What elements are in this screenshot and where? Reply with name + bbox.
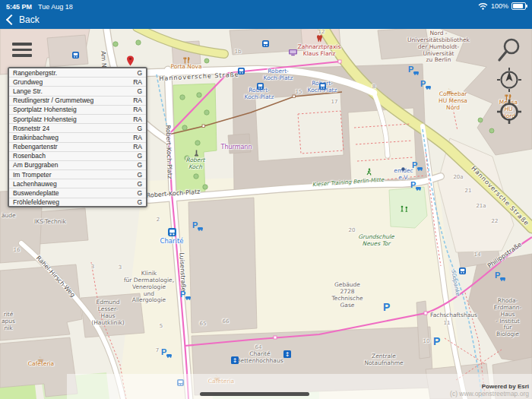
svg-text:↕: ↕ <box>233 357 238 364</box>
transit-stop-icon <box>319 80 326 92</box>
map-label: 65 <box>200 321 207 327</box>
street-list-item[interactable]: FröhlefelderwegG <box>9 198 146 207</box>
map-label: IKS-Technik <box>34 219 66 226</box>
street-list-item[interactable]: Sportplatz HohensteigRA <box>9 106 146 115</box>
street-tag: G <box>137 161 142 169</box>
street-list-item[interactable]: BuswendeplatteG <box>9 188 146 198</box>
map-label: 3 <box>91 264 94 270</box>
street-list-item[interactable]: Rangenbergstr.G <box>9 68 146 78</box>
svg-text:P: P <box>420 79 426 88</box>
map-label: 1b <box>235 49 242 55</box>
street-list-item[interactable]: Reutlingerstr / GrummetwegRA <box>9 97 146 106</box>
street-name: Fröhlefelderweg <box>13 198 59 206</box>
street-name: Am Burggraben <box>13 161 59 169</box>
map-label: Robert- Koch-Platz <box>264 68 293 82</box>
parking-icon: P <box>411 160 423 173</box>
map-label: 22 <box>492 218 499 224</box>
map-label: 11 <box>444 320 451 326</box>
map-label: 14 <box>474 252 481 258</box>
map-label: 64 <box>255 344 262 350</box>
locate-button[interactable] <box>496 99 522 128</box>
transit-stop-icon <box>238 65 245 77</box>
map-label: Gebäude 2728 Technische Gase <box>331 282 363 309</box>
svg-text:P: P <box>495 271 500 280</box>
map-label: Charité Bettenhochhaus <box>236 351 283 365</box>
parking-icon: P <box>410 180 422 193</box>
menu-button[interactable] <box>12 43 32 57</box>
svg-text:P: P <box>433 335 440 347</box>
map-label: Edmund Lesser- Haus (Hautklinik) <box>91 299 124 326</box>
street-name: Im Trompeter <box>13 171 52 179</box>
search-button[interactable] <box>496 35 521 68</box>
chevron-left-icon <box>6 14 17 25</box>
compass-icon <box>496 67 522 93</box>
hamburger-icon <box>12 43 32 46</box>
transit-stop-icon <box>257 80 264 92</box>
elevator-icon: ↕ <box>231 354 239 366</box>
street-name: Rangenbergstr. <box>13 69 57 77</box>
wifi-icon <box>478 2 488 10</box>
parking-plain-icon: P <box>382 301 393 315</box>
map-label: Nord - Universitätsbibliothek der Humbol… <box>407 30 470 64</box>
electronics-icon <box>289 46 297 59</box>
street-list-item[interactable]: RosenbachG <box>9 152 146 161</box>
street-tag: RA <box>133 106 142 113</box>
map-label: 20a <box>453 174 463 180</box>
street-tag: G <box>137 69 142 77</box>
fitness-icon <box>366 166 372 178</box>
street-list-item[interactable]: BraikinbachwegRA <box>9 133 146 142</box>
street-list-item[interactable]: Sportplatz HohensteigRA <box>9 115 146 124</box>
compass-button[interactable] <box>496 67 522 96</box>
map-label: 7 <box>156 347 159 353</box>
parking-icon: P <box>192 220 204 233</box>
transit-stop-icon <box>459 264 466 277</box>
back-button[interactable]: Back <box>8 14 40 25</box>
street-results-list[interactable]: Rangenbergstr.GGrundwegRALange Str.GReut… <box>8 67 147 207</box>
app-screen: Am Neuen TorPorta Nova1b12Zahnarztpraxis… <box>0 0 532 399</box>
transit-stop-icon <box>72 49 79 61</box>
parking-icon: P <box>160 347 173 360</box>
street-list-item[interactable]: Am BurggrabenG <box>9 161 146 170</box>
street-tag: RA <box>133 97 142 104</box>
poi-dot-icon <box>401 161 405 173</box>
search-icon <box>496 35 521 65</box>
street-name: Buswendeplatte <box>13 189 59 197</box>
map-attribution: Powered by Esri (c) www.openstreetmap.or… <box>450 383 529 397</box>
map-label: Klinik für Dermatologie, Venerologie und… <box>124 271 174 304</box>
street-list-item[interactable]: LachenhauwegG <box>9 179 146 188</box>
svg-text:P: P <box>383 301 390 313</box>
street-list-item[interactable]: GrundwegRA <box>9 78 146 87</box>
battery-percent: 100% <box>491 2 508 10</box>
map-label: 3 <box>119 264 122 271</box>
map-label: 2 <box>157 217 160 223</box>
map-label: 5 <box>160 323 163 329</box>
street-name: Lange Str. <box>13 87 43 95</box>
home-indicator[interactable] <box>200 392 309 396</box>
map-label: 17 <box>331 99 338 105</box>
street-tag: G <box>137 171 142 179</box>
svg-text:P: P <box>412 160 417 169</box>
street-list-item[interactable]: Lange Str.G <box>9 87 146 96</box>
map-label: Fachschaftshaus <box>430 312 477 319</box>
monument-icon <box>194 147 199 160</box>
street-tag: RA <box>133 78 142 86</box>
street-tag: RA <box>133 143 142 150</box>
top-bar: 5:45 PM Tue Aug 18 100% Back <box>0 0 532 29</box>
parking-icon: P <box>407 65 420 78</box>
street-list-item[interactable]: Rosnetstr 24G <box>9 124 146 133</box>
back-label: Back <box>19 14 40 25</box>
street-tag: G <box>137 87 142 95</box>
dentist-icon <box>315 33 324 45</box>
street-list-item[interactable]: Im TrompeterG <box>9 170 146 179</box>
cafe-icon: ☕ <box>446 84 453 96</box>
street-tag: G <box>137 198 142 206</box>
street-name: Grundweg <box>13 78 43 86</box>
svg-text:↕: ↕ <box>285 351 290 358</box>
svg-text:P: P <box>161 347 166 356</box>
street-list-item[interactable]: RebengartenstrRA <box>9 143 146 152</box>
battery-icon <box>511 2 526 10</box>
map-label: Thurmann <box>220 144 252 150</box>
street-tag: G <box>137 189 142 197</box>
street-name: Sportplatz Hohensteig <box>13 116 77 123</box>
map-label: 21a <box>476 203 486 209</box>
